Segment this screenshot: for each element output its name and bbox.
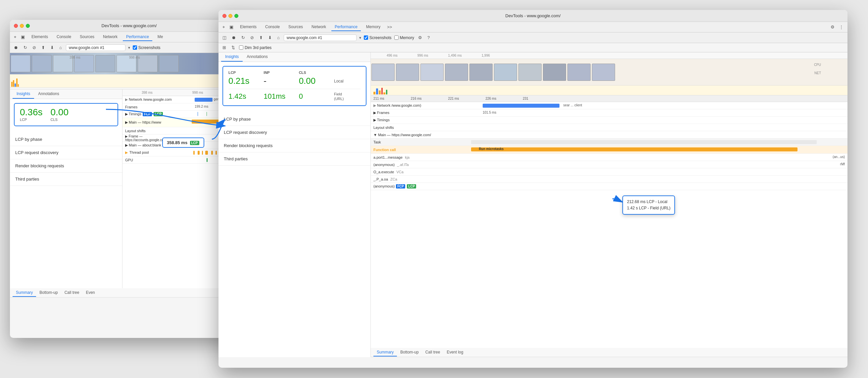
dropdown-icon-2[interactable]: ▾ [359, 35, 361, 40]
tp-bar [193, 151, 195, 155]
sidebar-icon[interactable]: ◫ [221, 34, 228, 41]
timeline-row-function-2[interactable]: Function call Run microtasks [371, 146, 847, 154]
cursor-icon[interactable]: ⌖ [12, 34, 18, 40]
download-icon-2[interactable]: ⬇ [267, 34, 273, 41]
overflow-icon[interactable]: ⋮ [838, 24, 845, 30]
insight-third-parties-2[interactable]: Third parties [218, 152, 370, 166]
record-icon-2[interactable]: ⏺ [230, 34, 237, 41]
frames-label-2: 101.5 ms [483, 111, 496, 114]
inspect-icon[interactable]: ▣ [20, 34, 26, 40]
tab-network-1[interactable]: Network [100, 33, 121, 41]
inspect-icon-2[interactable]: ▣ [228, 24, 235, 30]
frames-label: 199.2 ms [195, 105, 208, 108]
insight-lcp-by-phase-2[interactable]: LCP by phase [218, 113, 370, 126]
filter-icon[interactable]: ⇅ [230, 45, 236, 51]
devtools-window-2: DevTools - www.google.com/ ⌖ ▣ Elements … [218, 10, 847, 368]
lcp-metric-1: 0.36s LCP [20, 108, 43, 122]
eventlog-tab-1[interactable]: Even [83, 289, 98, 297]
insight-lcp-by-phase[interactable]: LCP by phase [10, 133, 122, 146]
tab-console-2[interactable]: Console [262, 23, 283, 31]
minimize-button-2[interactable] [228, 14, 232, 18]
clear-icon[interactable]: ⊘ [31, 45, 37, 51]
eventlog-tab-2[interactable]: Event log [443, 349, 466, 356]
tab-sources-1[interactable]: Sources [76, 33, 98, 41]
url-input-2[interactable]: www.google.com #1 [284, 34, 356, 41]
insight-third-parties[interactable]: Third parties [10, 173, 122, 186]
refresh-icon-2[interactable]: ↻ [240, 34, 246, 41]
fcp-marker [198, 112, 198, 116]
bottom-tabs-1: Summary Bottom-up Call tree Even [10, 288, 248, 297]
tab-elements-1[interactable]: Elements [28, 33, 51, 41]
lcp-tag: LCP [154, 112, 163, 116]
settings-icon-2[interactable]: ⚙ [417, 34, 424, 41]
tab-me-1[interactable]: Me [154, 33, 166, 41]
insight-render-blocking-2[interactable]: Render blocking requests [218, 139, 370, 152]
bottomup-tab-1[interactable]: Bottom-up [36, 289, 61, 297]
insight-render-blocking[interactable]: Render blocking requests [10, 159, 122, 173]
upload-icon-2[interactable]: ⬆ [258, 34, 264, 41]
insights-tab-1[interactable]: Insights [12, 89, 34, 99]
screenshot-thumb [159, 55, 179, 72]
refresh-icon[interactable]: ↻ [22, 45, 28, 51]
screenshot-thumb-2 [396, 64, 419, 81]
dim-parties-bar: ⊞ ⇅ Dim 3rd parties [218, 43, 847, 52]
insight-lcp-request-discovery[interactable]: LCP request discovery [10, 146, 122, 159]
bottomup-tab-2[interactable]: Bottom-up [397, 349, 422, 356]
tab-memory-2[interactable]: Memory [363, 23, 384, 31]
cls-value-1: 0.00 [51, 108, 69, 117]
cpu-minibar-2 [371, 85, 847, 95]
clear-icon-2[interactable]: ⊘ [249, 34, 255, 41]
close-button-1[interactable] [14, 24, 18, 28]
annotations-tab-1[interactable]: Annotations [34, 89, 63, 99]
home-icon-2[interactable]: ⌂ [276, 34, 281, 41]
screenshots-checkbox-label[interactable]: Screenshots [133, 46, 160, 50]
settings-icon[interactable]: ⚙ [829, 24, 836, 30]
dim-parties-label[interactable]: Dim 3rd parties [239, 46, 272, 50]
dropdown-icon[interactable]: ▾ [128, 46, 130, 50]
cursor-icon-2[interactable]: ⌖ [221, 24, 226, 30]
help-icon-2[interactable]: ? [426, 34, 431, 41]
calltree-tab-1[interactable]: Call tree [61, 289, 83, 297]
summary-tab-2[interactable]: Summary [373, 349, 397, 356]
memory-checkbox-label-2[interactable]: Memory [394, 35, 414, 40]
timeline-scroll-2[interactable]: ▶ Network /www.google.com) sear ... clie… [371, 102, 847, 348]
calltree-tab-2[interactable]: Call tree [422, 349, 443, 356]
maximize-button-2[interactable] [235, 14, 238, 18]
cpu-label: CPU [814, 63, 821, 66]
tab-console-1[interactable]: Console [53, 33, 74, 41]
memory-checkbox-2[interactable] [394, 35, 399, 40]
time-mark-211: 211 ms [373, 97, 384, 100]
summary-tab-1[interactable]: Summary [12, 289, 36, 297]
annotations-tab-2[interactable]: Annotations [243, 52, 272, 62]
screenshots-checkbox[interactable] [133, 46, 137, 50]
screenshots-checkbox-label-2[interactable]: Screenshots [364, 35, 392, 40]
download-icon[interactable]: ⬇ [49, 45, 55, 51]
maximize-button-1[interactable] [26, 24, 30, 28]
row-label-network: ▶ Network /www.google.com [123, 97, 189, 102]
tab-network-2[interactable]: Network [308, 23, 330, 31]
field-context: Field(URL) [334, 92, 361, 101]
url-input-1[interactable]: www.google.com #1 [66, 45, 125, 51]
network-icon[interactable]: ⊞ [221, 45, 227, 51]
function-bar [471, 147, 798, 151]
insights-tab-2[interactable]: Insights [221, 52, 243, 62]
row-label-anon: (anonymous) _.af.lTa [371, 163, 463, 167]
timeline-overview-1: 998 ms 398 ms [10, 53, 248, 89]
minimize-button-1[interactable] [20, 24, 24, 28]
close-button-2[interactable] [222, 14, 226, 18]
tab-sources-2[interactable]: Sources [285, 23, 306, 31]
tab-performance-2[interactable]: Performance [331, 23, 361, 31]
fcp-tag-2: FCP [396, 184, 405, 188]
record-icon[interactable]: ⏺ [12, 45, 20, 51]
tab-performance-1[interactable]: Performance [123, 33, 152, 41]
field-lcp-value: 1.42s [228, 92, 264, 101]
more-tabs-icon[interactable]: >> [386, 24, 393, 30]
tab-elements-2[interactable]: Elements [237, 23, 260, 31]
dim-parties-checkbox[interactable] [239, 46, 243, 50]
screenshots-checkbox-2[interactable] [364, 35, 368, 40]
insight-lcp-request-2[interactable]: LCP request discovery [218, 126, 370, 139]
upload-icon[interactable]: ⬆ [40, 45, 46, 51]
home-icon[interactable]: ⌂ [58, 45, 63, 51]
timeline-row-main-google-2: ▼ Main — https://www.google.com/ [371, 131, 847, 139]
ruler-mark-2-1: 496 ms [387, 54, 398, 57]
